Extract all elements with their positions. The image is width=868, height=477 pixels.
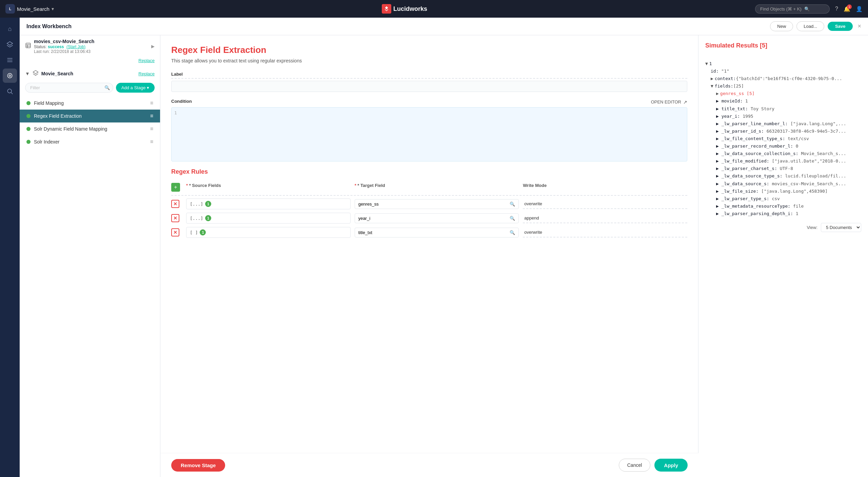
- sidebar-item-home[interactable]: ⌂: [3, 22, 17, 36]
- target-field-1-search-icon: 🔍: [510, 202, 515, 207]
- stage-menu-icon[interactable]: ≡: [150, 126, 153, 132]
- write-mode-2-container: [523, 213, 687, 223]
- help-icon[interactable]: ?: [835, 6, 838, 12]
- tree-node-1[interactable]: ▼ 1: [705, 60, 861, 68]
- target-field-2[interactable]: year_i 🔍: [355, 213, 519, 223]
- tree-node-id: id: "1": [711, 68, 861, 75]
- tree-lw6-key: ▶ _lw_file_modified:: [716, 158, 772, 164]
- app-name: Movie_Search: [17, 6, 50, 12]
- start-job-link[interactable]: (Start Job): [66, 44, 85, 49]
- csv-chevron-icon[interactable]: ▶: [151, 44, 155, 49]
- movie-replace-link[interactable]: Replace: [138, 71, 155, 76]
- expand-fields-icon[interactable]: ▼: [711, 82, 713, 90]
- rule-row-3: ✕ [ ] 1 title_txt 🔍: [171, 227, 687, 238]
- load-button[interactable]: Load...: [796, 21, 824, 31]
- tree-node-lw5: ▶ _lw_data_source_collection_s: Movie_Se…: [716, 150, 861, 157]
- write-mode-2-input[interactable]: [523, 213, 687, 223]
- target-field-3[interactable]: title_txt 🔍: [355, 228, 519, 237]
- csv-replace-link[interactable]: Replace: [138, 58, 155, 63]
- cancel-button[interactable]: Cancel: [619, 459, 651, 472]
- tree-lw2-key: ▶ _lw_parser_id_s:: [716, 129, 767, 134]
- sidebar-item-pipeline[interactable]: [3, 69, 17, 83]
- tree-node-fields[interactable]: ▼ fields: [25]: [711, 82, 861, 90]
- stage-menu-icon[interactable]: ≡: [150, 113, 153, 119]
- label-input[interactable]: [171, 81, 687, 92]
- sidebar-item-list[interactable]: [3, 53, 17, 67]
- tree-node-title: ▶ title_txt: Toy Story: [716, 105, 861, 113]
- stage-menu-icon[interactable]: ≡: [150, 139, 153, 145]
- delete-row-1-button[interactable]: ✕: [171, 200, 179, 208]
- target-field-1[interactable]: genres_ss 🔍: [355, 199, 519, 209]
- tree-lw4-key: ▶ _lw_parser_record_number_l:: [716, 144, 796, 149]
- target-field-3-value: title_txt: [358, 230, 372, 235]
- tree-node-lw7: ▶ _lw_parser_charset_s: UTF-8: [716, 165, 861, 172]
- open-editor-button[interactable]: OPEN EDITOR ↗: [651, 99, 687, 105]
- results-title: Simulated Results [5]: [705, 42, 767, 49]
- target-field-header: * * Target Field: [355, 183, 519, 192]
- sidebar-item-search[interactable]: [3, 84, 17, 98]
- tree-lw5-value: Movie_Search_s...: [801, 151, 846, 156]
- global-search[interactable]: Find Objects (⌘ + K) 🔍: [755, 4, 830, 14]
- sidebar-item-layers[interactable]: [3, 37, 17, 52]
- stage-item-regex[interactable]: Regex Field Extraction ≡: [20, 110, 160, 122]
- tree-lw7-value: UTF-8: [780, 166, 793, 171]
- new-button[interactable]: New: [770, 21, 793, 31]
- csv-replace-row: Replace: [20, 57, 160, 66]
- tree-lw10-value: ["java.lang.Long",458390]: [761, 189, 828, 194]
- stage-item-solr-indexer[interactable]: Solr Indexer ≡: [20, 135, 160, 148]
- tree-lw8-key: ▶ _lw_data_source_type_s:: [716, 173, 785, 178]
- results-panel: Simulated Results [5] ▼ 1 id:: [698, 35, 868, 477]
- last-run-text: Last run: 2/22/2018 at 13:06:43: [34, 49, 149, 54]
- pipeline-controls: 🔍 Add a Stage ▾: [20, 80, 160, 95]
- close-button[interactable]: ×: [857, 23, 861, 30]
- notifications-icon[interactable]: 🔔 1: [844, 6, 850, 12]
- write-mode-header: Write Mode: [523, 183, 687, 192]
- expand-1-icon[interactable]: ▼: [705, 60, 708, 68]
- write-mode-3-input[interactable]: [523, 228, 687, 237]
- stage-name: Field Mapping: [34, 100, 147, 106]
- target-required-star: *: [355, 183, 356, 188]
- stage-editor: Regex Field Extraction This stage allows…: [160, 35, 698, 453]
- source-field-2[interactable]: [...] 1: [186, 213, 351, 224]
- expand-icon[interactable]: ▼: [25, 71, 30, 76]
- left-sidebar: ⌂: [0, 18, 20, 477]
- remove-stage-button[interactable]: Remove Stage: [171, 459, 225, 472]
- workbench-panel: Index Workbench New Load... Save ×: [20, 18, 868, 477]
- movie-pipeline-header: ▼ Movie_Search Replace: [20, 66, 160, 80]
- filter-input[interactable]: [25, 83, 113, 93]
- expand-context-icon[interactable]: ▶: [711, 75, 713, 82]
- tree-lw11-value: csv: [772, 196, 780, 201]
- save-button[interactable]: Save: [828, 22, 853, 31]
- app-selector[interactable]: L Movie_Search ▾: [5, 4, 54, 14]
- view-select[interactable]: 5 Documents: [821, 223, 861, 232]
- stage-item-field-mapping[interactable]: Field Mapping ≡: [20, 97, 160, 110]
- condition-editor[interactable]: 1: [171, 107, 687, 161]
- app-chevron-icon[interactable]: ▾: [52, 6, 54, 12]
- stage-menu-icon[interactable]: ≡: [150, 100, 153, 106]
- write-mode-1-input[interactable]: [523, 199, 687, 209]
- results-tree: ▼ 1 id: "1" ▶ context: {"ba: [705, 60, 861, 217]
- movie-pipeline-icon: [33, 70, 39, 77]
- search-icon: 🔍: [804, 6, 810, 12]
- add-row-button[interactable]: +: [171, 183, 180, 192]
- tree-lw11-key: ▶ _lw_parser_type_s:: [716, 196, 772, 201]
- expand-genres-icon[interactable]: ▶: [716, 90, 719, 97]
- tree-node-lw8: ▶ _lw_data_source_type_s: lucid.fileuplo…: [716, 172, 861, 180]
- results-count: [5]: [760, 42, 767, 49]
- tree-movieid-key: ▶ movieId:: [716, 98, 745, 103]
- tree-node-genres[interactable]: ▶ genres_ss [5]: [716, 90, 861, 97]
- delete-row-3-button[interactable]: ✕: [171, 228, 179, 236]
- user-icon[interactable]: 👤: [856, 6, 863, 12]
- stage-item-solr-dynamic[interactable]: Solr Dynamic Field Name Mapping ≡: [20, 122, 160, 135]
- source-field-1-text: [...]: [190, 202, 203, 207]
- source-field-1[interactable]: [...] 1: [186, 198, 351, 209]
- stage-status-dot: [26, 101, 31, 105]
- delete-row-2-button[interactable]: ✕: [171, 214, 179, 222]
- apply-button[interactable]: Apply: [654, 459, 688, 472]
- add-stage-button[interactable]: Add a Stage ▾: [116, 83, 155, 93]
- workbench-actions: New Load... Save ×: [770, 21, 861, 31]
- tree-node-lw6: ▶ _lw_file_modified: ["java.util.Date","…: [716, 157, 861, 165]
- source-field-3[interactable]: [ ] 1: [186, 227, 351, 238]
- view-label: View:: [807, 225, 817, 230]
- tree-node-context[interactable]: ▶ context: {"batchId":"be16f761-cf0e-432…: [711, 75, 861, 82]
